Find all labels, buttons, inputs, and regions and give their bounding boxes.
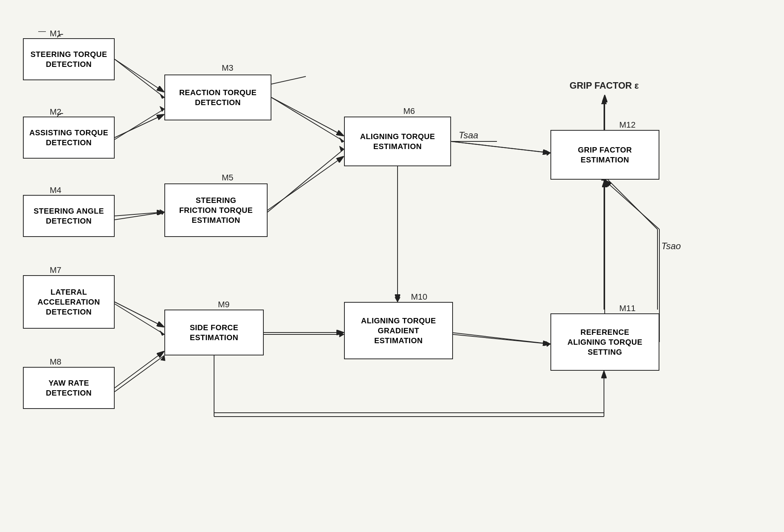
- label-M7: M7: [50, 265, 62, 275]
- svg-marker-25: [601, 99, 607, 104]
- block-M10-text: ALIGNING TORQUE GRADIENT ESTIMATION: [361, 316, 436, 345]
- svg-marker-9: [339, 146, 344, 151]
- block-M11: REFERENCE ALIGNING TORQUE SETTING: [550, 313, 659, 371]
- svg-line-48: [453, 334, 550, 344]
- block-M8-text: YAW RATE DETECTION: [46, 378, 92, 398]
- svg-marker-7: [160, 209, 164, 215]
- svg-line-6: [115, 212, 164, 220]
- svg-line-35: [115, 59, 164, 92]
- block-M3: REACTION TORQUE DETECTION: [164, 75, 271, 120]
- block-M9: SIDE FORCE ESTIMATION: [164, 310, 264, 355]
- block-M1-text: STEERING TORQUE DETECTION: [31, 49, 107, 69]
- svg-line-43: [115, 352, 164, 388]
- label-M11: M11: [619, 303, 636, 313]
- label-M8: M8: [50, 357, 62, 367]
- block-M6: ALIGNING TORQUE ESTIMATION: [344, 117, 451, 166]
- block-M6-text: ALIGNING TORQUE ESTIMATION: [360, 131, 435, 151]
- label-M5: M5: [222, 173, 234, 183]
- svg-marker-1: [160, 94, 164, 99]
- svg-line-14: [115, 304, 164, 334]
- svg-marker-5: [339, 138, 344, 143]
- Tsaa-label: Tsaa: [459, 130, 478, 141]
- label-M2: M2: [50, 107, 62, 117]
- svg-line-36: [115, 115, 164, 138]
- svg-marker-21: [546, 341, 550, 347]
- label-M10: M10: [411, 292, 427, 302]
- svg-line-38: [115, 212, 164, 216]
- svg-line-10: [451, 141, 550, 153]
- svg-marker-13: [395, 297, 400, 302]
- label-M12: M12: [619, 120, 636, 130]
- svg-line-2: [115, 109, 164, 139]
- diagram-container: STEERING TORQUE DETECTION M1 — ASSISTING…: [0, 0, 784, 532]
- svg-line-33: [271, 76, 306, 84]
- block-M11-text: REFERENCE ALIGNING TORQUE SETTING: [567, 327, 642, 357]
- main-arrows-svg: [0, 0, 784, 532]
- svg-marker-11: [546, 150, 550, 156]
- svg-marker-15: [160, 331, 164, 336]
- label-M4: M4: [50, 185, 62, 195]
- label-M1-curve: —: [38, 27, 46, 36]
- block-M10: ALIGNING TORQUE GRADIENT ESTIMATION: [344, 302, 453, 359]
- svg-line-4: [271, 97, 344, 141]
- svg-marker-19: [339, 332, 344, 337]
- block-M7: LATERAL ACCELERATION DETECTION: [23, 275, 115, 329]
- block-M5: STEERING FRICTION TORQUE ESTIMATION: [164, 183, 268, 237]
- block-M2-text: ASSISTING TORQUE DETECTION: [29, 128, 109, 148]
- svg-line-42: [115, 302, 164, 327]
- block-M3-text: REACTION TORQUE DETECTION: [179, 88, 257, 107]
- Tsao-label: Tsao: [661, 241, 681, 251]
- block-M4-text: STEERING ANGLE DETECTION: [34, 206, 104, 226]
- svg-line-16: [115, 355, 164, 392]
- block-M1: STEERING TORQUE DETECTION: [23, 38, 115, 80]
- label-M6: M6: [403, 106, 415, 116]
- svg-line-40: [451, 141, 550, 153]
- block-M12: GRIP FACTOR ESTIMATION: [550, 130, 659, 180]
- svg-marker-17: [161, 355, 165, 361]
- svg-line-0: [115, 59, 164, 97]
- svg-line-52: [605, 180, 659, 229]
- label-M3: M3: [222, 63, 234, 73]
- block-M7-text: LATERAL ACCELERATION DETECTION: [37, 287, 100, 317]
- label-M1: M1: [50, 29, 62, 39]
- svg-line-37: [271, 97, 343, 136]
- svg-line-20: [451, 332, 550, 344]
- block-M12-text: GRIP FACTOR ESTIMATION: [578, 145, 632, 165]
- svg-line-28: [604, 176, 657, 229]
- block-M8: YAW RATE DETECTION: [23, 367, 115, 409]
- svg-line-39: [268, 157, 343, 210]
- label-M9: M9: [218, 300, 230, 310]
- arrows-svg: [0, 0, 784, 532]
- block-M4: STEERING ANGLE DETECTION: [23, 195, 115, 237]
- svg-line-8: [268, 149, 344, 212]
- svg-marker-3: [160, 106, 164, 112]
- block-M9-text: SIDE FORCE ESTIMATION: [190, 323, 238, 342]
- block-M2: ASSISTING TORQUE DETECTION: [23, 117, 115, 159]
- block-M5-text: STEERING FRICTION TORQUE ESTIMATION: [179, 195, 253, 225]
- grip-factor-label: GRIP FACTOR ε: [570, 80, 639, 91]
